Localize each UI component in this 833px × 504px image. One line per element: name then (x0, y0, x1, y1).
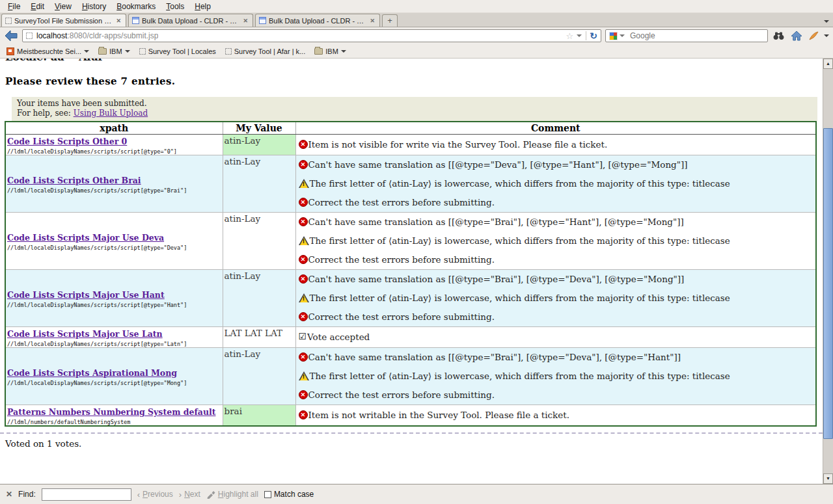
tab-list-chevron-icon[interactable] (824, 20, 829, 23)
google-search-engine-icon[interactable] (609, 32, 618, 40)
tab-close-icon[interactable]: ✕ (368, 18, 376, 24)
bookmark-item-5[interactable]: IBM (310, 47, 350, 56)
binoculars-icon[interactable] (772, 31, 785, 40)
search-bar[interactable] (605, 29, 768, 42)
clipped-page-heading: Locale: aa - 'Afar' (5, 59, 823, 63)
comment-line: ✕Can't have same translation as [[@type=… (297, 155, 815, 174)
tab-3[interactable]: Bulk Data Upload - CLDR - Un...✕ (255, 14, 380, 27)
xpath-cell: Code Lists Scripts Aspirational Mong//ld… (5, 348, 223, 405)
comment-text: Can't have same translation as [[@type="… (308, 274, 685, 285)
table-row: Code Lists Scripts Aspirational Mong//ld… (5, 348, 816, 405)
check-icon: ☑ (299, 332, 307, 341)
match-case-checkbox[interactable]: Match case (264, 490, 314, 499)
url-host: localhost (36, 31, 67, 40)
xpath-link[interactable]: Code Lists Scripts Other Brai (7, 176, 141, 185)
find-next-button[interactable]: ›Next (179, 490, 200, 499)
comment-line: !The first letter of ⟨atin-Lay⟩ is lower… (297, 289, 815, 308)
menu-edit[interactable]: Edit (25, 1, 49, 12)
value-cell: brai (223, 405, 295, 427)
scroll-down-icon[interactable]: ▼ (823, 473, 833, 484)
comment-line: ✕Can't have same translation as [[@type=… (297, 270, 815, 289)
folder-icon (314, 48, 323, 55)
xpath-path: //ldml/localeDisplayNames/scripts/script… (7, 148, 221, 155)
warning-icon: ! (299, 371, 309, 381)
comment-text: The first letter of ⟨atin-Lay⟩ is lowerc… (310, 293, 730, 304)
table-row: Code Lists Scripts Other Brai//ldml/loca… (5, 155, 816, 213)
comment-line: ✕Correct the test errors before submitti… (297, 250, 815, 269)
navigation-bar: localhost:8080/cldr-apps/submit.jsp ☆ ↻ (0, 27, 833, 44)
value-cell: atin-Lay (223, 348, 295, 405)
bookmark-label: IBM (109, 47, 122, 55)
page-content: Locale: aa - 'Afar' Please review these … (0, 59, 823, 484)
xpath-cell: Code Lists Scripts Other 0//ldml/localeD… (5, 135, 223, 155)
search-engine-chevron-icon[interactable] (620, 34, 625, 37)
back-button[interactable] (4, 29, 18, 42)
scrollbar-thumb[interactable] (823, 128, 833, 439)
bookmark-label: Survey Tool | Locales (148, 47, 216, 55)
error-icon: ✕ (299, 255, 308, 264)
bookmark-item-3[interactable]: Survey Tool | Locales (135, 47, 220, 56)
xpath-link[interactable]: Patterns Numbers Numbering System defaul… (7, 407, 216, 417)
tab-close-icon[interactable]: ✕ (115, 18, 122, 24)
find-previous-button[interactable]: ‹Previous (137, 490, 173, 499)
error-icon: ✕ (299, 198, 308, 207)
comment-text: Item is not visible for write via the Su… (308, 139, 608, 150)
warning-icon: ! (299, 293, 309, 303)
table-row: Code Lists Scripts Major Use Hant//ldml/… (5, 270, 816, 327)
reload-icon[interactable]: ↻ (586, 31, 597, 40)
tab-1[interactable]: SurveyTool File Submission | ...✕ (1, 14, 126, 27)
dashed-favicon-icon (5, 18, 12, 24)
dashed-icon (225, 48, 232, 55)
tab-title: SurveyTool File Submission | ... (14, 17, 112, 25)
bookmark-label: Survey Tool | Afar | k... (234, 47, 305, 55)
menu-view[interactable]: View (49, 1, 77, 12)
xpath-link[interactable]: Code Lists Scripts Major Use Deva (7, 233, 164, 243)
xpath-link[interactable]: Code Lists Scripts Aspirational Mong (7, 368, 177, 378)
comment-text: Can't have same translation as [[@type="… (308, 159, 688, 170)
menu-file[interactable]: File (3, 1, 25, 12)
comment-line: ✕Item is not writable in the Survey Tool… (297, 406, 815, 425)
comment-text: Correct the test errors before submittin… (308, 390, 495, 401)
toolbar-overflow-chevron-icon[interactable] (824, 34, 829, 37)
comment-line: !The first letter of ⟨atin-Lay⟩ is lower… (297, 174, 815, 193)
search-input[interactable] (630, 31, 764, 40)
history-icon (7, 47, 14, 55)
bookmark-item-4[interactable]: Survey Tool | Afar | k... (221, 47, 309, 56)
new-tab-button[interactable]: + (382, 14, 398, 27)
bookmark-chevron-icon (125, 50, 130, 53)
tab-close-icon[interactable]: ✕ (241, 18, 249, 24)
comment-text: Correct the test errors before submittin… (308, 197, 495, 208)
menu-tools[interactable]: Tools (161, 1, 189, 12)
using-bulk-upload-link[interactable]: Using Bulk Upload (74, 109, 148, 118)
vertical-scrollbar[interactable]: ▲ ▼ (823, 59, 833, 484)
notice-line1: Your items have been submitted. (17, 99, 812, 109)
xpath-link[interactable]: Code Lists Scripts Major Use Latn (7, 329, 163, 339)
xpath-link[interactable]: Code Lists Scripts Major Use Hant (7, 290, 165, 300)
menu-help[interactable]: Help (189, 1, 216, 12)
home-icon[interactable] (789, 31, 804, 41)
find-close-icon[interactable]: ✕ (6, 490, 12, 499)
bookmark-chevron-icon (341, 50, 346, 53)
menu-bookmarks[interactable]: Bookmarks (111, 1, 161, 12)
comment-line: ✕Item is not visible for write via the S… (297, 135, 815, 154)
comment-text: Item is not writable in the Survey Tool.… (308, 410, 569, 421)
tab-2[interactable]: Bulk Data Upload - CLDR - Un...✕ (128, 14, 253, 27)
bookmark-star-icon[interactable]: ☆ (566, 31, 574, 41)
comment-cell: ☑Vote accepted (295, 327, 816, 348)
menu-history[interactable]: History (77, 1, 111, 12)
url-bar[interactable]: localhost:8080/cldr-apps/submit.jsp ☆ ↻ (22, 29, 601, 42)
warning-icon: ! (299, 179, 309, 189)
find-label: Find: (18, 490, 36, 499)
xpath-link[interactable]: Code Lists Scripts Other 0 (7, 137, 127, 146)
find-input[interactable] (42, 488, 131, 501)
url-dropdown-chevron-icon[interactable] (577, 34, 582, 37)
checkbox-icon[interactable] (264, 491, 271, 498)
highlight-all-button[interactable]: Highlight all (206, 490, 258, 499)
scroll-up-icon[interactable]: ▲ (823, 59, 833, 69)
comment-text: The first letter of ⟨atin-Lay⟩ is lowerc… (310, 371, 730, 382)
xpath-path: //ldml/numbers/defaultNumberingSystem (7, 419, 221, 425)
error-icon: ✕ (299, 352, 308, 362)
quill-icon[interactable] (808, 31, 820, 40)
bookmark-item-1[interactable]: Meistbesuchte Sei... (3, 47, 93, 56)
bookmark-item-2[interactable]: IBM (94, 47, 134, 56)
